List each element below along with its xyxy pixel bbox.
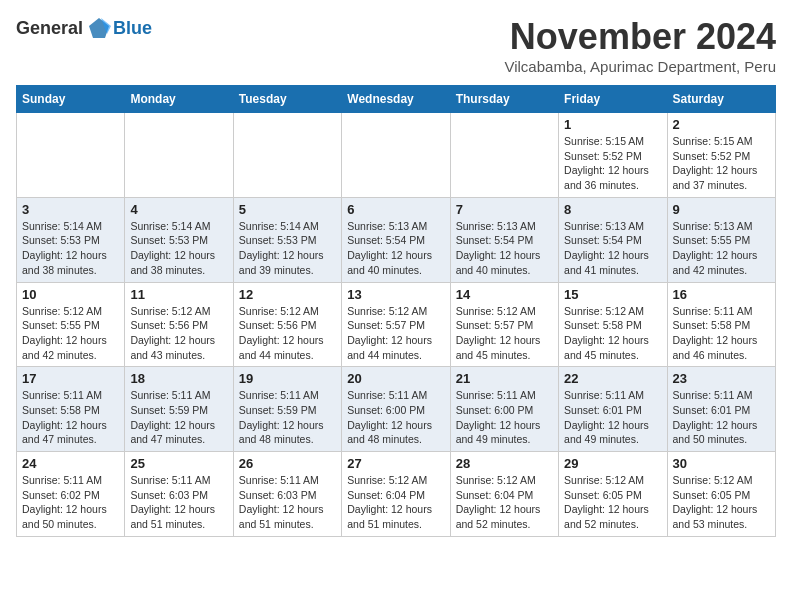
calendar-cell: 7Sunrise: 5:13 AM Sunset: 5:54 PM Daylig… xyxy=(450,197,558,282)
day-info: Sunrise: 5:15 AM Sunset: 5:52 PM Dayligh… xyxy=(564,134,661,193)
calendar-cell: 10Sunrise: 5:12 AM Sunset: 5:55 PM Dayli… xyxy=(17,282,125,367)
calendar-cell: 9Sunrise: 5:13 AM Sunset: 5:55 PM Daylig… xyxy=(667,197,775,282)
day-info: Sunrise: 5:11 AM Sunset: 6:01 PM Dayligh… xyxy=(564,388,661,447)
calendar-cell: 22Sunrise: 5:11 AM Sunset: 6:01 PM Dayli… xyxy=(559,367,667,452)
day-info: Sunrise: 5:11 AM Sunset: 6:00 PM Dayligh… xyxy=(456,388,553,447)
calendar-cell: 23Sunrise: 5:11 AM Sunset: 6:01 PM Dayli… xyxy=(667,367,775,452)
calendar-cell: 26Sunrise: 5:11 AM Sunset: 6:03 PM Dayli… xyxy=(233,452,341,537)
day-info: Sunrise: 5:11 AM Sunset: 6:02 PM Dayligh… xyxy=(22,473,119,532)
day-number: 27 xyxy=(347,456,444,471)
calendar-week-row: 17Sunrise: 5:11 AM Sunset: 5:58 PM Dayli… xyxy=(17,367,776,452)
logo-area: General Blue xyxy=(16,16,152,40)
calendar-cell: 21Sunrise: 5:11 AM Sunset: 6:00 PM Dayli… xyxy=(450,367,558,452)
day-number: 3 xyxy=(22,202,119,217)
calendar-cell: 13Sunrise: 5:12 AM Sunset: 5:57 PM Dayli… xyxy=(342,282,450,367)
calendar-cell: 28Sunrise: 5:12 AM Sunset: 6:04 PM Dayli… xyxy=(450,452,558,537)
day-number: 23 xyxy=(673,371,770,386)
day-info: Sunrise: 5:13 AM Sunset: 5:55 PM Dayligh… xyxy=(673,219,770,278)
day-number: 25 xyxy=(130,456,227,471)
calendar-cell: 3Sunrise: 5:14 AM Sunset: 5:53 PM Daylig… xyxy=(17,197,125,282)
day-info: Sunrise: 5:11 AM Sunset: 5:58 PM Dayligh… xyxy=(673,304,770,363)
location-subtitle: Vilcabamba, Apurimac Department, Peru xyxy=(504,58,776,75)
calendar-cell: 25Sunrise: 5:11 AM Sunset: 6:03 PM Dayli… xyxy=(125,452,233,537)
day-info: Sunrise: 5:12 AM Sunset: 5:56 PM Dayligh… xyxy=(239,304,336,363)
weekday-header-sunday: Sunday xyxy=(17,86,125,113)
day-info: Sunrise: 5:12 AM Sunset: 5:57 PM Dayligh… xyxy=(347,304,444,363)
day-info: Sunrise: 5:14 AM Sunset: 5:53 PM Dayligh… xyxy=(22,219,119,278)
calendar-cell: 16Sunrise: 5:11 AM Sunset: 5:58 PM Dayli… xyxy=(667,282,775,367)
day-number: 5 xyxy=(239,202,336,217)
calendar-week-row: 1Sunrise: 5:15 AM Sunset: 5:52 PM Daylig… xyxy=(17,113,776,198)
day-info: Sunrise: 5:11 AM Sunset: 5:59 PM Dayligh… xyxy=(239,388,336,447)
calendar-cell xyxy=(125,113,233,198)
day-number: 7 xyxy=(456,202,553,217)
day-info: Sunrise: 5:12 AM Sunset: 6:05 PM Dayligh… xyxy=(673,473,770,532)
day-info: Sunrise: 5:14 AM Sunset: 5:53 PM Dayligh… xyxy=(239,219,336,278)
calendar-cell xyxy=(233,113,341,198)
day-info: Sunrise: 5:11 AM Sunset: 5:58 PM Dayligh… xyxy=(22,388,119,447)
day-info: Sunrise: 5:11 AM Sunset: 6:03 PM Dayligh… xyxy=(130,473,227,532)
day-info: Sunrise: 5:11 AM Sunset: 6:00 PM Dayligh… xyxy=(347,388,444,447)
day-number: 8 xyxy=(564,202,661,217)
calendar-week-row: 10Sunrise: 5:12 AM Sunset: 5:55 PM Dayli… xyxy=(17,282,776,367)
day-info: Sunrise: 5:11 AM Sunset: 6:03 PM Dayligh… xyxy=(239,473,336,532)
weekday-header-row: SundayMondayTuesdayWednesdayThursdayFrid… xyxy=(17,86,776,113)
calendar-cell: 30Sunrise: 5:12 AM Sunset: 6:05 PM Dayli… xyxy=(667,452,775,537)
day-number: 24 xyxy=(22,456,119,471)
calendar-cell: 12Sunrise: 5:12 AM Sunset: 5:56 PM Dayli… xyxy=(233,282,341,367)
day-info: Sunrise: 5:13 AM Sunset: 5:54 PM Dayligh… xyxy=(347,219,444,278)
day-number: 14 xyxy=(456,287,553,302)
calendar-cell: 5Sunrise: 5:14 AM Sunset: 5:53 PM Daylig… xyxy=(233,197,341,282)
calendar-week-row: 3Sunrise: 5:14 AM Sunset: 5:53 PM Daylig… xyxy=(17,197,776,282)
day-info: Sunrise: 5:12 AM Sunset: 6:04 PM Dayligh… xyxy=(456,473,553,532)
weekday-header-thursday: Thursday xyxy=(450,86,558,113)
calendar-cell: 11Sunrise: 5:12 AM Sunset: 5:56 PM Dayli… xyxy=(125,282,233,367)
calendar-cell: 15Sunrise: 5:12 AM Sunset: 5:58 PM Dayli… xyxy=(559,282,667,367)
calendar-cell: 17Sunrise: 5:11 AM Sunset: 5:58 PM Dayli… xyxy=(17,367,125,452)
weekday-header-saturday: Saturday xyxy=(667,86,775,113)
day-info: Sunrise: 5:12 AM Sunset: 6:05 PM Dayligh… xyxy=(564,473,661,532)
weekday-header-tuesday: Tuesday xyxy=(233,86,341,113)
day-number: 9 xyxy=(673,202,770,217)
day-number: 17 xyxy=(22,371,119,386)
calendar-cell: 8Sunrise: 5:13 AM Sunset: 5:54 PM Daylig… xyxy=(559,197,667,282)
calendar-table: SundayMondayTuesdayWednesdayThursdayFrid… xyxy=(16,85,776,537)
day-number: 18 xyxy=(130,371,227,386)
day-number: 4 xyxy=(130,202,227,217)
calendar-cell: 20Sunrise: 5:11 AM Sunset: 6:00 PM Dayli… xyxy=(342,367,450,452)
day-info: Sunrise: 5:12 AM Sunset: 5:55 PM Dayligh… xyxy=(22,304,119,363)
day-number: 12 xyxy=(239,287,336,302)
day-number: 28 xyxy=(456,456,553,471)
calendar-cell: 4Sunrise: 5:14 AM Sunset: 5:53 PM Daylig… xyxy=(125,197,233,282)
day-info: Sunrise: 5:14 AM Sunset: 5:53 PM Dayligh… xyxy=(130,219,227,278)
calendar-cell: 1Sunrise: 5:15 AM Sunset: 5:52 PM Daylig… xyxy=(559,113,667,198)
calendar-cell: 2Sunrise: 5:15 AM Sunset: 5:52 PM Daylig… xyxy=(667,113,775,198)
day-number: 6 xyxy=(347,202,444,217)
logo-icon xyxy=(87,16,111,40)
calendar-cell: 27Sunrise: 5:12 AM Sunset: 6:04 PM Dayli… xyxy=(342,452,450,537)
day-info: Sunrise: 5:13 AM Sunset: 5:54 PM Dayligh… xyxy=(456,219,553,278)
day-number: 2 xyxy=(673,117,770,132)
day-number: 13 xyxy=(347,287,444,302)
page-header: General Blue November 2024 Vilcabamba, A… xyxy=(16,16,776,75)
day-number: 20 xyxy=(347,371,444,386)
day-info: Sunrise: 5:12 AM Sunset: 5:56 PM Dayligh… xyxy=(130,304,227,363)
calendar-cell xyxy=(342,113,450,198)
day-number: 16 xyxy=(673,287,770,302)
day-number: 30 xyxy=(673,456,770,471)
day-info: Sunrise: 5:12 AM Sunset: 5:57 PM Dayligh… xyxy=(456,304,553,363)
logo-blue: Blue xyxy=(113,18,152,39)
logo: General Blue xyxy=(16,16,152,40)
day-number: 11 xyxy=(130,287,227,302)
day-info: Sunrise: 5:11 AM Sunset: 5:59 PM Dayligh… xyxy=(130,388,227,447)
day-info: Sunrise: 5:12 AM Sunset: 5:58 PM Dayligh… xyxy=(564,304,661,363)
weekday-header-friday: Friday xyxy=(559,86,667,113)
calendar-cell: 6Sunrise: 5:13 AM Sunset: 5:54 PM Daylig… xyxy=(342,197,450,282)
calendar-cell: 24Sunrise: 5:11 AM Sunset: 6:02 PM Dayli… xyxy=(17,452,125,537)
day-number: 10 xyxy=(22,287,119,302)
calendar-cell: 18Sunrise: 5:11 AM Sunset: 5:59 PM Dayli… xyxy=(125,367,233,452)
calendar-cell: 19Sunrise: 5:11 AM Sunset: 5:59 PM Dayli… xyxy=(233,367,341,452)
month-title: November 2024 xyxy=(504,16,776,58)
calendar-cell: 14Sunrise: 5:12 AM Sunset: 5:57 PM Dayli… xyxy=(450,282,558,367)
day-number: 19 xyxy=(239,371,336,386)
